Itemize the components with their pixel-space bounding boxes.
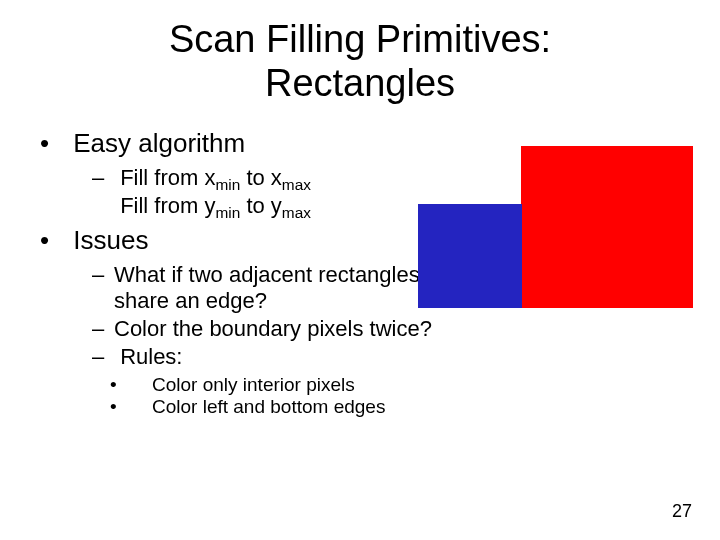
text: Fill from y (120, 193, 215, 218)
subbullet-fill-x: Fill from xmin to xmax (92, 165, 460, 191)
bullet-issues: Issues What if two adjacent rectangles s… (40, 225, 460, 418)
slide-body: Easy algorithm Fill from xmin to xmax Fi… (40, 128, 460, 424)
subscript: max (282, 176, 311, 193)
rule-interior: Color only interior pixels (154, 374, 460, 396)
title-line2: Rectangles (265, 62, 455, 104)
blue-rectangle (418, 204, 522, 308)
subbullet-rules: Rules: Color only interior pixels Color … (92, 344, 460, 418)
bullet-easy-algorithm: Easy algorithm Fill from xmin to xmax Fi… (40, 128, 460, 219)
rule-left-bottom: Color left and bottom edges (154, 396, 460, 418)
subscript: min (215, 204, 240, 221)
text: Fill from x (120, 165, 215, 190)
bullet-text: Issues (73, 225, 148, 255)
subbullet-fill-y: Fill from ymin to ymax (92, 193, 460, 219)
subscript: max (282, 204, 311, 221)
subscript: min (215, 176, 240, 193)
bullet-text: Easy algorithm (73, 128, 245, 158)
subbullet-twice: Color the boundary pixels twice? (92, 316, 460, 342)
page-number: 27 (672, 501, 692, 522)
text: to y (240, 193, 282, 218)
subbullet-adjacent: What if two adjacent rectangles share an… (92, 262, 460, 314)
text: to x (240, 165, 282, 190)
slide-title: Scan Filling Primitives: Rectangles (0, 0, 720, 105)
text: Rules: (120, 344, 182, 369)
red-rectangle (521, 146, 693, 308)
title-line1: Scan Filling Primitives: (169, 18, 551, 60)
